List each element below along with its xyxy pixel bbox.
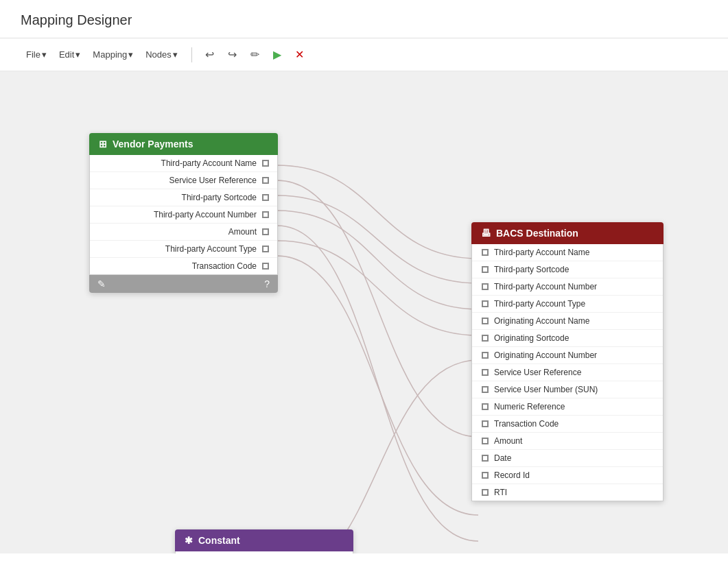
app-header: Mapping Designer (0, 0, 728, 38)
constant-node: ✱ Constant Output ? ⚙ (175, 529, 353, 553)
help-node-icon[interactable]: ? (264, 278, 270, 289)
toolbar-separator (191, 47, 192, 62)
vendor-payments-header: ⊞ Vendor Payments (89, 133, 278, 155)
mapping-menu[interactable]: Mapping ▾ (87, 47, 139, 62)
dest-connector-record-id[interactable] (482, 472, 489, 479)
dest-field-originating-account-name[interactable]: Originating Account Name (472, 313, 663, 330)
dest-connector-third-party-sortcode[interactable] (482, 266, 489, 273)
vendor-payments-title: Vendor Payments (113, 139, 193, 150)
file-menu[interactable]: File ▾ (21, 47, 52, 62)
dest-field-third-party-sortcode[interactable]: Third-party Sortcode (472, 261, 663, 278)
dest-connector-originating-account-name[interactable] (482, 318, 489, 324)
edit-menu[interactable]: Edit ▾ (54, 47, 86, 62)
vendor-field-third-party-account-type[interactable]: Third-party Account Type (90, 241, 277, 258)
nodes-menu[interactable]: Nodes ▾ (140, 47, 183, 62)
vendor-field-transaction-code[interactable]: Transaction Code (90, 258, 277, 274)
dest-field-amount[interactable]: Amount (472, 433, 663, 450)
dest-connector-originating-account-number[interactable] (482, 352, 489, 359)
dest-connector-third-party-account-name[interactable] (482, 249, 489, 256)
undo-button[interactable]: ↩ (200, 45, 219, 64)
constant-header: ✱ Constant (175, 529, 353, 551)
dest-connector-amount[interactable] (482, 438, 489, 444)
dest-connector-third-party-account-type[interactable] (482, 300, 489, 307)
app-title: Mapping Designer (21, 12, 132, 27)
dest-field-rti[interactable]: RTI (472, 484, 663, 501)
toolbar: File ▾ Edit ▾ Mapping ▾ Nodes ▾ ↩ ↪ ✏ ▶ … (0, 38, 728, 71)
asterisk-icon: ✱ (185, 535, 193, 546)
connector-third-party-account-number[interactable] (262, 211, 269, 218)
menu-group: File ▾ Edit ▾ Mapping ▾ Nodes ▾ (21, 47, 183, 62)
table-icon: ⊞ (99, 139, 107, 150)
dest-field-service-user-number[interactable]: Service User Number (SUN) (472, 381, 663, 398)
dest-connector-date[interactable] (482, 455, 489, 462)
vendor-field-third-party-account-name[interactable]: Third-party Account Name (90, 155, 277, 172)
constant-body: Output (175, 551, 353, 553)
edit-node-icon[interactable]: ✎ (97, 278, 106, 289)
constant-value-area[interactable] (176, 551, 353, 553)
connector-third-party-sortcode[interactable] (262, 194, 269, 201)
vendor-field-service-user-reference[interactable]: Service User Reference (90, 172, 277, 189)
bacs-destination-node: 🖶 BACS Destination Third-party Account N… (471, 222, 664, 501)
connector-service-user-reference[interactable] (262, 177, 269, 184)
dest-field-third-party-account-name[interactable]: Third-party Account Name (472, 244, 663, 261)
run-button[interactable]: ▶ (268, 45, 286, 64)
vendor-field-third-party-sortcode[interactable]: Third-party Sortcode (90, 189, 277, 206)
dest-connector-service-user-number[interactable] (482, 386, 489, 393)
dest-connector-numeric-reference[interactable] (482, 403, 489, 410)
connector-third-party-account-type[interactable] (262, 246, 269, 252)
dest-connector-transaction-code[interactable] (482, 420, 489, 427)
bacs-icon: 🖶 (481, 228, 491, 239)
dest-field-originating-sortcode[interactable]: Originating Sortcode (472, 330, 663, 347)
dest-field-third-party-account-number[interactable]: Third-party Account Number (472, 278, 663, 296)
mapping-canvas: ⊞ Vendor Payments Third-party Account Na… (0, 71, 728, 553)
dest-connector-third-party-account-number[interactable] (482, 283, 489, 290)
dest-field-service-user-reference[interactable]: Service User Reference (472, 364, 663, 381)
close-button[interactable]: ✕ (290, 45, 309, 64)
dest-connector-originating-sortcode[interactable] (482, 335, 489, 342)
vendor-field-amount[interactable]: Amount (90, 224, 277, 241)
dest-field-record-id[interactable]: Record Id (472, 467, 663, 484)
bacs-destination-title: BACS Destination (496, 228, 578, 239)
vendor-payments-body: Third-party Account Name Service User Re… (89, 155, 278, 275)
dest-field-date[interactable]: Date (472, 450, 663, 467)
vendor-field-third-party-account-number[interactable]: Third-party Account Number (90, 206, 277, 224)
edit-button[interactable]: ✏ (246, 45, 264, 64)
connector-amount[interactable] (262, 228, 269, 235)
vendor-payments-footer: ✎ ? (89, 275, 278, 293)
bacs-destination-header: 🖶 BACS Destination (471, 222, 664, 244)
dest-field-transaction-code[interactable]: Transaction Code (472, 416, 663, 433)
bacs-destination-body: Third-party Account Name Third-party Sor… (471, 244, 664, 501)
dest-field-numeric-reference[interactable]: Numeric Reference (472, 398, 663, 416)
dest-connector-rti[interactable] (482, 489, 489, 496)
redo-button[interactable]: ↪ (223, 45, 242, 64)
dest-connector-service-user-reference[interactable] (482, 369, 489, 376)
vendor-payments-node: ⊞ Vendor Payments Third-party Account Na… (89, 133, 278, 293)
dest-field-third-party-account-type[interactable]: Third-party Account Type (472, 296, 663, 313)
constant-title: Constant (198, 535, 240, 546)
connector-third-party-account-name[interactable] (262, 160, 269, 167)
connector-transaction-code[interactable] (262, 263, 269, 270)
dest-field-originating-account-number[interactable]: Originating Account Number (472, 347, 663, 364)
